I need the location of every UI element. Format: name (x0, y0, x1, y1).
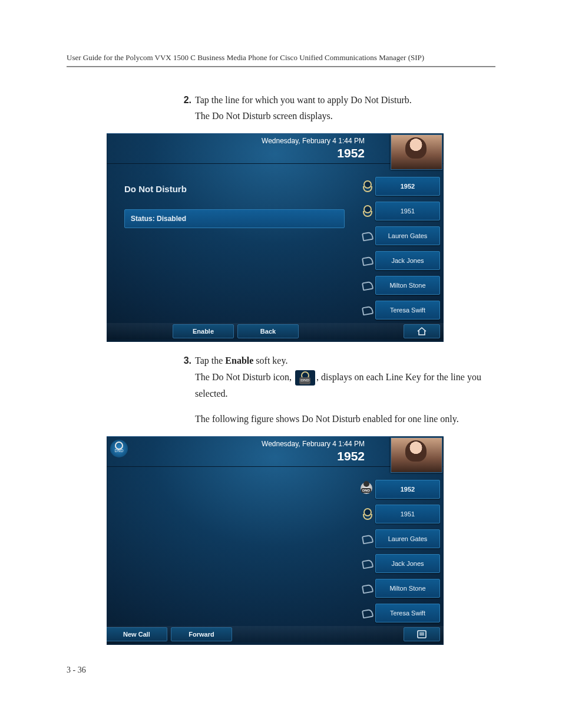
phone-screenshot-1: Wednesday, February 4 1:44 PM 1952 Do No… (107, 133, 444, 342)
line-key-1951[interactable]: 1951 (375, 505, 440, 523)
softkey-spacer (236, 628, 404, 641)
speeddial-icon (361, 229, 373, 242)
line-key-label: Jack Jones (391, 560, 424, 567)
line-key-lauren[interactable]: Lauren Gates (375, 226, 440, 245)
speeddial-icon (361, 532, 373, 545)
enable-softkey[interactable]: Enable (173, 324, 234, 338)
newcall-softkey[interactable]: New Call (107, 627, 167, 641)
speeddial-icon (361, 556, 373, 569)
user-avatar (391, 134, 442, 170)
step-number: 2. (175, 92, 191, 108)
step-text-cont: The following figure shows Do Not Distur… (195, 411, 495, 427)
step-3: 3.Tap the Enable soft key. The Do Not Di… (175, 353, 495, 427)
speeddial-icon (361, 303, 373, 316)
softkey-bar: New Call Forward (107, 626, 444, 643)
step-text: Tap the line for which you want to apply… (195, 95, 412, 105)
step-text: Tap the Enable soft key. (195, 355, 287, 365)
page-header: User Guide for the Polycom VVX 1500 C Bu… (67, 53, 495, 67)
softkey-spacer (302, 325, 404, 338)
step-text-cont: The Do Not Disturb icon, , displays on e… (195, 369, 495, 402)
line-key-1952[interactable]: 1952 (375, 177, 440, 196)
datetime-label: Wednesday, February 4 1:44 PM (262, 137, 365, 145)
person-icon (361, 204, 373, 217)
phone-screenshot-2: Wednesday, February 4 1:44 PM 1952 1952 … (107, 436, 444, 645)
line-key-teresa[interactable]: Teresa Swift (375, 301, 440, 319)
softkey-bar: Enable Back (107, 323, 444, 340)
datetime-label: Wednesday, February 4 1:44 PM (262, 440, 365, 448)
line-key-1951[interactable]: 1951 (375, 202, 440, 220)
dnd-icon (361, 482, 372, 494)
line-key-jack[interactable]: Jack Jones (375, 554, 440, 573)
status-bar: Wednesday, February 4 1:44 PM 1952 (107, 436, 444, 467)
speeddial-icon (361, 278, 373, 291)
line-key-label: Teresa Swift (390, 610, 425, 617)
forward-softkey[interactable]: Forward (171, 627, 232, 641)
page-footer: 3 - 36 (67, 666, 86, 675)
speeddial-icon (361, 581, 373, 594)
document-icon (416, 630, 427, 638)
step-number: 3. (175, 353, 191, 368)
line-key-1952[interactable]: 1952 (375, 480, 440, 499)
line-key-label: Lauren Gates (388, 232, 428, 239)
step-text-cont: The Do Not Disturb screen displays. (195, 108, 495, 124)
line-key-teresa[interactable]: Teresa Swift (375, 604, 440, 622)
speeddial-icon (361, 253, 373, 266)
line-key-milton[interactable]: Milton Stone (375, 579, 440, 598)
dnd-icon (295, 370, 315, 386)
speeddial-icon (361, 606, 373, 619)
line-key-lauren[interactable]: Lauren Gates (375, 529, 440, 548)
dnd-status-box[interactable]: Status: Disabled (124, 209, 345, 228)
line-key-label: Jack Jones (391, 257, 424, 264)
line-keys-sidebar: 1952 1951 Lauren Gates Jack Jones Milton… (375, 480, 440, 628)
extension-label: 1952 (337, 449, 365, 463)
back-softkey[interactable]: Back (237, 324, 299, 338)
line-keys-sidebar: 1952 1951 Lauren Gates Jack Jones Milton… (375, 177, 440, 325)
home-button[interactable] (404, 324, 440, 338)
line-key-jack[interactable]: Jack Jones (375, 251, 440, 270)
line-key-milton[interactable]: Milton Stone (375, 276, 440, 295)
dnd-icon (110, 440, 128, 457)
line-key-label: 1951 (401, 207, 415, 215)
person-icon (361, 179, 373, 192)
line-key-label: Milton Stone (389, 585, 425, 592)
line-key-label: Milton Stone (389, 282, 425, 289)
extension-label: 1952 (337, 146, 365, 160)
menu-button[interactable] (404, 627, 440, 641)
user-avatar (391, 437, 442, 473)
line-key-label: 1952 (401, 183, 415, 190)
svg-rect-0 (418, 631, 426, 638)
step-2: 2.Tap the line for which you want to app… (175, 92, 495, 124)
line-key-label: 1952 (401, 486, 415, 493)
status-bar: Wednesday, February 4 1:44 PM 1952 (107, 133, 444, 164)
home-icon (416, 327, 427, 336)
line-key-label: Teresa Swift (390, 307, 425, 314)
screen-title: Do Not Disturb (124, 184, 355, 194)
person-icon (361, 507, 373, 520)
line-key-label: Lauren Gates (388, 535, 428, 542)
line-key-label: 1951 (401, 510, 415, 518)
